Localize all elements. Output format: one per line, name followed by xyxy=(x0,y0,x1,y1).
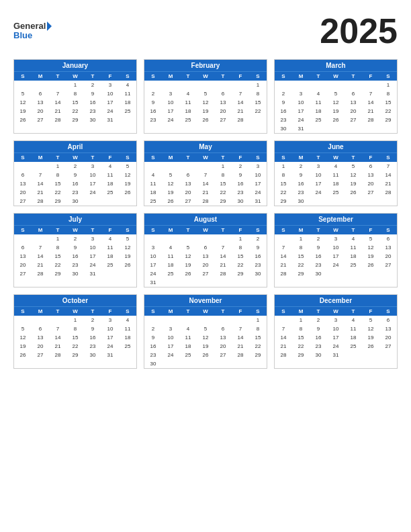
day-header-label: M xyxy=(292,226,310,234)
day-cell: 5 xyxy=(14,324,32,333)
day-cell: 3 xyxy=(84,234,101,243)
day-cell: 11 xyxy=(162,252,179,261)
day-headers-row: SMTWTFS xyxy=(144,152,267,162)
day-cell: 23 xyxy=(310,261,327,269)
day-cell: 15 xyxy=(292,333,310,342)
day-cell: 10 xyxy=(327,243,345,252)
day-cell: 2 xyxy=(275,89,292,98)
day-cell: 28 xyxy=(232,116,249,124)
day-cell: 23 xyxy=(144,351,162,359)
day-cell: 16 xyxy=(144,107,162,116)
day-cell: 26 xyxy=(345,188,362,197)
day-cell: 12 xyxy=(162,179,179,188)
day-cell: 8 xyxy=(292,243,310,252)
day-cell: 31 xyxy=(249,197,267,206)
day-cell xyxy=(214,81,232,89)
month-header-may: May xyxy=(144,141,267,152)
day-cell: 23 xyxy=(232,188,249,197)
day-cell: 14 xyxy=(214,252,232,261)
day-cell: 8 xyxy=(275,171,292,179)
day-cell: 1 xyxy=(249,316,267,324)
day-header-label: W xyxy=(197,72,214,81)
day-cell xyxy=(249,278,267,287)
day-cell: 16 xyxy=(84,98,101,107)
day-cell: 5 xyxy=(119,234,136,243)
day-header-label: W xyxy=(327,307,345,316)
day-cell: 23 xyxy=(84,107,101,116)
day-cell: 27 xyxy=(197,269,214,278)
day-header-label: S xyxy=(14,307,32,316)
day-headers-row: SMTWTFS xyxy=(144,71,267,81)
day-cell: 27 xyxy=(345,116,362,124)
day-cell xyxy=(275,234,292,243)
day-cell: 1 xyxy=(275,162,292,171)
day-cell: 1 xyxy=(214,162,232,171)
month-december: DecemberSMTWTFS1234567891011121314151617… xyxy=(274,294,398,369)
day-cell: 10 xyxy=(84,243,101,252)
day-cell xyxy=(101,197,119,206)
day-cell: 21 xyxy=(49,342,66,351)
day-cell: 18 xyxy=(144,188,162,197)
month-september: SeptemberSMTWTFS123456789101112131415161… xyxy=(274,213,398,287)
day-header-label: F xyxy=(232,307,249,316)
day-cell: 19 xyxy=(327,107,345,116)
month-january: JanuarySMTWTFS12345678910111213141516171… xyxy=(13,59,137,134)
day-header-label: T xyxy=(49,72,66,81)
day-cell: 11 xyxy=(119,324,136,333)
day-cell: 1 xyxy=(49,162,66,171)
day-cell: 29 xyxy=(66,351,84,359)
day-cell: 24 xyxy=(162,116,179,124)
day-cell: 10 xyxy=(84,171,101,179)
day-cell: 10 xyxy=(292,98,310,107)
day-cell xyxy=(84,197,101,206)
day-header-label: W xyxy=(327,153,345,162)
day-header-label: W xyxy=(327,226,345,234)
day-cell: 7 xyxy=(232,324,249,333)
day-cell xyxy=(14,162,32,171)
day-cell: 25 xyxy=(101,188,119,197)
day-cell xyxy=(379,197,397,206)
day-cell: 3 xyxy=(292,89,310,98)
day-cell: 26 xyxy=(197,351,214,359)
day-cell: 19 xyxy=(362,333,379,342)
day-cell: 4 xyxy=(179,324,197,333)
day-cell: 22 xyxy=(249,107,267,116)
day-header-label: W xyxy=(66,153,84,162)
day-cell: 12 xyxy=(345,171,362,179)
day-cell: 27 xyxy=(32,116,49,124)
day-cell: 1 xyxy=(49,234,66,243)
day-cell: 9 xyxy=(84,89,101,98)
day-header-label: T xyxy=(84,307,101,316)
day-header-label: M xyxy=(292,307,310,316)
day-header-label: S xyxy=(249,307,267,316)
day-cell: 12 xyxy=(362,243,379,252)
day-cell: 23 xyxy=(275,116,292,124)
month-header-february: February xyxy=(144,60,267,71)
day-cell: 24 xyxy=(327,342,345,351)
day-cell: 24 xyxy=(327,261,345,269)
day-cell: 13 xyxy=(214,98,232,107)
day-cell xyxy=(162,316,179,324)
day-cell: 26 xyxy=(119,188,136,197)
day-cell: 5 xyxy=(362,316,379,324)
day-cell: 19 xyxy=(362,252,379,261)
day-cell: 22 xyxy=(66,342,84,351)
month-november: NovemberSMTWTFS1234567891011121314151617… xyxy=(144,294,267,369)
day-cell: 4 xyxy=(119,81,136,89)
day-cell: 6 xyxy=(214,324,232,333)
day-cell: 28 xyxy=(32,269,49,278)
day-cell: 17 xyxy=(144,261,162,269)
month-header-march: March xyxy=(275,60,397,71)
day-cell: 25 xyxy=(179,116,197,124)
day-cell: 20 xyxy=(14,261,32,269)
day-cell: 11 xyxy=(101,243,119,252)
day-header-label: S xyxy=(249,153,267,162)
month-header-august: August xyxy=(144,214,267,225)
day-cell: 27 xyxy=(379,342,397,351)
day-cell xyxy=(292,81,310,89)
day-cell: 28 xyxy=(49,351,66,359)
day-cell: 5 xyxy=(162,171,179,179)
day-cell: 27 xyxy=(214,351,232,359)
day-cell: 16 xyxy=(275,107,292,116)
day-cell: 5 xyxy=(197,89,214,98)
